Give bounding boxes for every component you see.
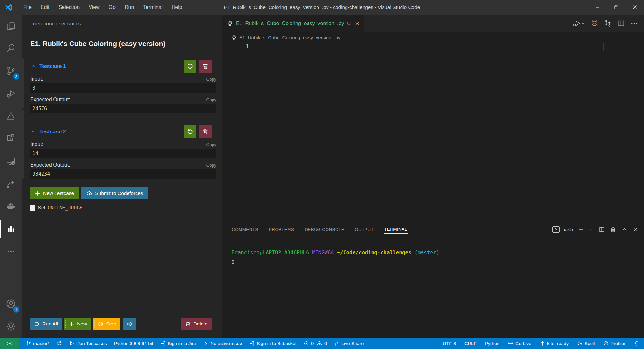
- remote-explorer-icon[interactable]: [0, 150, 22, 172]
- menu-view[interactable]: View: [84, 0, 104, 15]
- eol-status[interactable]: CRLF: [464, 341, 477, 346]
- kill-terminal-button[interactable]: [610, 226, 616, 233]
- extensions-icon[interactable]: [0, 127, 22, 150]
- delete-testcase-button[interactable]: [199, 125, 212, 138]
- new-testcase-button[interactable]: New Testcase: [30, 187, 79, 199]
- maximize-panel-button[interactable]: [621, 226, 628, 233]
- scrollbar-cursor-marker[interactable]: [637, 43, 644, 43]
- online-judge-checkbox[interactable]: [30, 205, 35, 211]
- spell-checker-status[interactable]: Spell: [577, 341, 595, 346]
- editor-code-area[interactable]: 1: [222, 43, 644, 222]
- menu-terminal[interactable]: Terminal: [138, 0, 167, 15]
- restore-button[interactable]: [607, 0, 625, 15]
- menu-go[interactable]: Go: [104, 0, 120, 15]
- tab-comments[interactable]: COMMENTS: [232, 226, 259, 234]
- minimize-button[interactable]: [588, 0, 607, 15]
- explorer-icon[interactable]: [0, 15, 22, 37]
- delete-testcase-button[interactable]: [199, 60, 212, 73]
- run-debug-icon[interactable]: [0, 82, 22, 105]
- active-issue-status[interactable]: No active issue: [203, 341, 242, 346]
- tab-close-icon[interactable]: ×: [355, 20, 359, 27]
- sign-in-icon: [249, 341, 255, 346]
- cat-extension-button[interactable]: [591, 19, 599, 27]
- menu-run[interactable]: Run: [120, 0, 138, 15]
- expected-output-value[interactable]: 934234: [30, 169, 216, 179]
- menu-edit[interactable]: Edit: [36, 0, 54, 15]
- cph-judge-icon[interactable]: [0, 218, 22, 240]
- compare-changes-button[interactable]: [604, 19, 612, 27]
- menu-help[interactable]: Help: [167, 0, 187, 15]
- trash-icon: [610, 226, 616, 233]
- split-editor-button[interactable]: [617, 19, 625, 27]
- share-icon[interactable]: [0, 172, 22, 195]
- bitbucket-signin-button[interactable]: Sign in to Bitbucket: [249, 341, 297, 346]
- accounts-icon[interactable]: 1: [0, 293, 22, 315]
- kite-status[interactable]: kite: ready: [540, 341, 569, 346]
- python-interpreter-status[interactable]: Python 3.8.8 64-bit: [114, 341, 153, 346]
- run-python-file-button[interactable]: [573, 19, 585, 27]
- breadcrumb[interactable]: E1_Rubik_s_Cube_Coloring_easy_version_.p…: [222, 32, 644, 43]
- sync-changes-button[interactable]: [56, 341, 62, 346]
- testcase-name[interactable]: Testcase 1: [39, 63, 184, 69]
- copy-input-button[interactable]: Copy: [206, 77, 216, 82]
- stop-slash-icon: [98, 321, 104, 327]
- sidebar-scrollbar[interactable]: [22, 59, 24, 108]
- collapse-chevron-icon[interactable]: [30, 129, 36, 134]
- jira-signin-button[interactable]: Sign in to Jira: [160, 341, 196, 346]
- run-testcases-button[interactable]: Run Testcases: [69, 341, 107, 346]
- more-actions-button[interactable]: [630, 19, 638, 27]
- more-views-icon[interactable]: [0, 240, 22, 263]
- remote-indicator[interactable]: ><: [0, 338, 19, 349]
- live-share-button[interactable]: Live Share: [334, 341, 364, 346]
- stop-button[interactable]: Stop: [93, 318, 120, 330]
- collapse-chevron-icon[interactable]: [30, 63, 36, 69]
- language-mode-status[interactable]: Python: [485, 341, 499, 346]
- problem-title: E1. Rubik's Cube Coloring (easy version): [30, 40, 214, 48]
- input-value[interactable]: 3: [30, 83, 216, 93]
- encoding-status[interactable]: UTF-8: [443, 341, 456, 346]
- chevron-down-icon: [589, 227, 594, 232]
- git-branch-status[interactable]: master*: [26, 341, 49, 346]
- terminal-output[interactable]: Francisco@LAPTOP-A346PHL6 MINGW64 ~/Code…: [222, 237, 644, 338]
- copy-input-button[interactable]: Copy: [206, 142, 216, 147]
- new-button[interactable]: New: [64, 318, 91, 330]
- split-editor-icon: [617, 19, 625, 27]
- menu-selection[interactable]: Selection: [54, 0, 84, 15]
- rerun-testcase-button[interactable]: [184, 60, 196, 73]
- run-all-button[interactable]: Run All: [30, 318, 62, 330]
- docker-icon[interactable]: [0, 195, 22, 218]
- close-window-button[interactable]: [625, 0, 644, 15]
- submit-codeforces-button[interactable]: Submit to Codeforces: [81, 187, 148, 199]
- tab-problems[interactable]: PROBLEMS: [269, 226, 294, 234]
- notifications-button[interactable]: [634, 341, 639, 346]
- testing-icon[interactable]: [0, 105, 22, 127]
- tab-debug-console[interactable]: DEBUG CONSOLE: [304, 226, 345, 234]
- tab-output[interactable]: OUTPUT: [355, 226, 374, 234]
- testcase-name[interactable]: Testcase 2: [39, 129, 184, 135]
- new-terminal-button[interactable]: [578, 226, 584, 233]
- settings-gear-icon[interactable]: [0, 315, 22, 338]
- copy-expected-button[interactable]: Copy: [206, 97, 216, 102]
- delete-button[interactable]: Delete: [181, 318, 212, 330]
- problems-status[interactable]: 0 0: [304, 341, 327, 346]
- go-live-button[interactable]: Go Live: [508, 341, 531, 346]
- source-control-icon[interactable]: 2: [0, 60, 22, 82]
- tab-terminal[interactable]: TERMINAL: [384, 225, 407, 234]
- sidebar-scrollbar[interactable]: [22, 110, 24, 179]
- breadcrumb-filename[interactable]: E1_Rubik_s_Cube_Coloring_easy_version_.p…: [239, 35, 340, 40]
- editor-tab[interactable]: E1_Rubik_s_Cube_Coloring_easy_version_.p…: [222, 15, 364, 32]
- prettier-status[interactable]: Prettier: [603, 341, 626, 346]
- search-icon[interactable]: [0, 37, 22, 60]
- set-label: Set: [38, 205, 45, 211]
- help-button[interactable]: [123, 318, 136, 330]
- terminal-shell-selector[interactable]: > bash: [552, 226, 573, 233]
- input-value[interactable]: 14: [30, 149, 216, 158]
- split-terminal-button[interactable]: [599, 226, 605, 233]
- copy-expected-button[interactable]: Copy: [206, 163, 216, 168]
- terminal-dropdown-button[interactable]: [589, 227, 594, 232]
- rerun-testcase-button[interactable]: [184, 125, 196, 138]
- expected-output-value[interactable]: 24576: [30, 104, 216, 113]
- close-panel-button[interactable]: [632, 226, 639, 233]
- python-file-icon: [232, 35, 237, 40]
- menu-file[interactable]: File: [19, 0, 36, 15]
